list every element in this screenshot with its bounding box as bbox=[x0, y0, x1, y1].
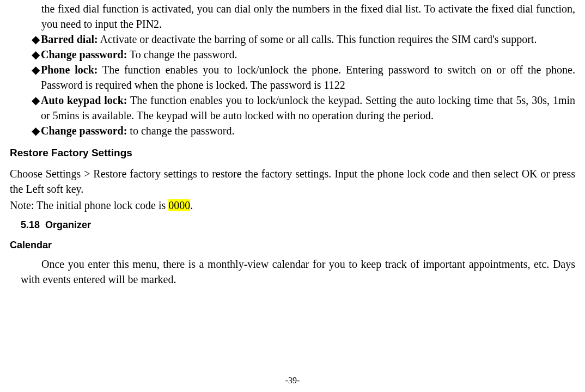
barred-dial-item: ◆ Barred dial: Activate or deactivate th… bbox=[32, 32, 575, 47]
diamond-icon: ◆ bbox=[32, 123, 40, 138]
calendar-text: Once you enter this menu, there is a mon… bbox=[21, 256, 575, 287]
change-password-label-1: Change password: bbox=[41, 48, 127, 60]
restore-note: Note: The initial phone lock code is 000… bbox=[10, 198, 575, 213]
restore-paragraph: Choose Settings > Restore factory settin… bbox=[10, 166, 575, 197]
change-password-text-1: To change the password. bbox=[127, 48, 237, 60]
diamond-icon: ◆ bbox=[32, 32, 40, 47]
diamond-icon: ◆ bbox=[32, 93, 40, 123]
calendar-paragraph: Once you enter this menu, there is a mon… bbox=[21, 256, 575, 287]
organizer-section-heading: 5.18 Organizer bbox=[21, 218, 575, 232]
restore-factory-settings-heading: Restore Factory Settings bbox=[10, 146, 575, 161]
change-password-label-2: Change password: bbox=[41, 125, 127, 137]
barred-dial-text: Activate or deactivate the barring of so… bbox=[98, 33, 537, 45]
phone-lock-label: Phone lock: bbox=[41, 64, 97, 76]
change-password-text-2: to change the password. bbox=[127, 125, 234, 137]
diamond-icon: ◆ bbox=[32, 47, 40, 62]
note-prefix: Note: The initial phone lock code is bbox=[10, 199, 168, 211]
auto-keypad-lock-item: ◆ Auto keypad lock: The function enables… bbox=[32, 93, 575, 123]
fixed-dial-text: the fixed dial function is activated, yo… bbox=[41, 3, 575, 30]
section-number: 5.18 bbox=[21, 219, 40, 230]
change-password-item-2: ◆ Change password: to change the passwor… bbox=[32, 123, 575, 138]
page-number: -39- bbox=[0, 375, 585, 387]
phone-lock-item: ◆ Phone lock: The function enables you t… bbox=[32, 62, 575, 93]
diamond-icon: ◆ bbox=[32, 62, 40, 93]
change-password-item-1: ◆ Change password: To change the passwor… bbox=[32, 47, 575, 62]
note-suffix: . bbox=[190, 199, 193, 211]
fixed-dial-continuation: the fixed dial function is activated, yo… bbox=[41, 1, 575, 32]
section-title: Organizer bbox=[45, 219, 91, 230]
barred-dial-label: Barred dial: bbox=[41, 33, 98, 45]
calendar-heading: Calendar bbox=[10, 238, 575, 252]
phone-lock-text: The function enables you to lock/unlock … bbox=[41, 64, 575, 91]
phone-lock-code: 0000 bbox=[168, 199, 190, 211]
auto-keypad-lock-label: Auto keypad lock: bbox=[41, 94, 127, 106]
